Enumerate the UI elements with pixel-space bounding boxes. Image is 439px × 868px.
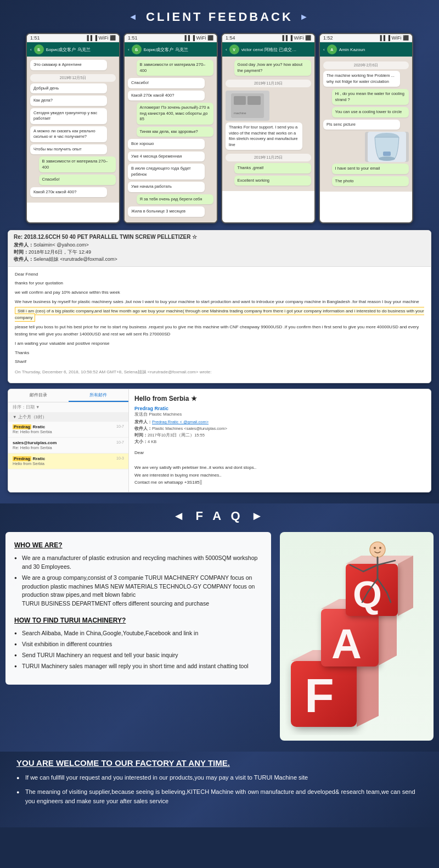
chat-msg-sent: Спасибо! [39,175,116,185]
svg-text:A: A [331,620,362,667]
phone1-chat-body: Это скважир в Аргентине 2019年12月5日 Добры… [27,57,119,203]
inbox-tabs: 邮件目录 所有邮件 [8,389,128,402]
svg-rect-7 [383,152,391,156]
chat-msg: Какой 270к какой 400? [128,91,205,101]
arrow-right-feedback: ► [300,12,311,22]
phone4-status-bar: 1:52 ▐▐ ▐ WiFi ⬛ [320,34,412,42]
chat-date: 2019年11月19日 [226,80,311,87]
inbox-sort: 排序：日期 ▼ [8,402,128,413]
faq-block-who-list: We are a manufacturer of plastic extrusi… [14,554,262,608]
chat-msg: Как дела? [30,96,107,106]
email1-header: Re: 2018.12.6CCH 50 40 PET PARALLEL TWIN… [8,231,431,267]
chat-msg: Жила в больнице 3 месяцев [128,206,205,217]
faq-how-item-4: TURUI Machinery sales manager will reply… [14,662,262,671]
faq-section: ◄ F A Q ► WHO WE ARE? We are a manufactu… [0,503,439,752]
chat-msg-sent: Я за тебя очень рад береги себя [137,194,213,205]
faq-text-panel: WHO WE ARE? We are a manufacturer of pla… [5,532,271,685]
client-feedback-section: ◄ CLIENT FEEDBACK ► 1:51 ▐▐ ▐ WiFi ⬛ ‹ Б… [0,0,439,503]
svg-point-24 [374,547,376,549]
email1-line1: thanks for your quotation [15,280,424,287]
inbox-tab-2[interactable]: 所有邮件 [69,389,129,402]
phone1-back-icon: ‹ [30,47,32,52]
email1-line3: We have business by myself for plastic m… [15,299,424,306]
email1-to: 收件人：Selena姐妹 <rurutrade@foxmail.com> [14,256,425,263]
faq-arrow-right: ► [251,509,267,523]
email-screenshot-2: 邮件目录 所有邮件 排序：日期 ▼ ▼ 上个月（3封） 10-7 Predrag… [8,389,431,492]
chat-msg-sent: Hi , do you mean the water for cooling s… [332,89,409,105]
phone1-signal: ▐▐ ▐ WiFi ⬛ [85,35,116,41]
phone3-contact-name: victor cenxi 阿格拉 已成交… [241,47,296,53]
chat-msg: В июля следующего года будет ребёнок [128,164,205,180]
chat-msg-sent: I have sent to your email [332,164,409,174]
faq-how-item-1: Search Alibaba, Made in China,Google,You… [14,629,262,638]
inbox-item-3[interactable]: 10-3 Predrag Rratic Hello from Serbia [8,453,128,469]
phone2-back-icon: ‹ [128,47,130,52]
feedback-title-text: CLIENT FEEDBACK [146,10,293,24]
phone3-chat-body: Good day ,how are you? how about the pay… [222,57,314,191]
email-detail-date: 时间：2017年10月3日（周二）15:55 [134,433,425,438]
chat-msg-sent: В зависимости от материала 270–400 [137,60,213,76]
inbox-group-label: ▼ 上个月（3封） [8,413,128,422]
phone1-status-bar: 1:51 ▐▐ ▐ WiFi ⬛ [27,34,119,42]
inbox-tab-1[interactable]: 邮件目录 [8,389,69,402]
factory-bullets-list: If we can fullfill your request and you … [16,773,423,807]
faq-content: WHO WE ARE? We are a manufacturer of pla… [5,532,434,741]
email1-date: 时间：2018年12月6日，下午 12:49 [14,249,425,256]
chat-msg-sent: The photo [332,176,409,187]
svg-text:F: F [305,668,334,723]
faq-section-title: ◄ F A Q ► [5,509,434,523]
inbox-item-3-name: Predrag Rratic [13,456,124,461]
faq-how-item-3: Send TURUI Machinery an request and tell… [14,651,262,660]
faq-block-how-list: Search Alibaba, Made in China,Google,You… [14,629,262,670]
inbox-item-2-name: sales@turuiplas.com [13,440,124,445]
email1-line6: I am waiting your valuable and positive … [15,340,424,348]
inbox-item-2-subject: Re: Hello from Serbia [13,445,124,450]
faq-arrow-left: ◄ [173,509,188,523]
arrow-left-feedback: ◄ [128,12,139,22]
chat-date: 2020年2月6日 [323,61,409,69]
phone2-chat-body: В зависимости от материала 270–400 Спаси… [125,57,217,222]
phone2-time: 1:51 [128,35,138,41]
email-detail-text2: We are interested in buying more machine… [134,472,425,479]
inbox-item-3-date: 10-3 [116,456,124,460]
phone4-back-icon: ‹ [323,47,325,52]
inbox-item-3-subject: Hello from Serbia [13,461,124,466]
svg-text:machine: machine [234,111,246,115]
chat-msg-sent: Good day ,how are you? how about the pay… [234,60,311,76]
faq-block-who-title: WHO WE ARE? [14,540,262,551]
phone4-time: 1:52 [323,35,333,41]
email-detail-sender-title: 发送自 Plastic Machines [134,411,425,417]
factory-welcome-title: YOU ARE WELCOME TO OUR FACTORY AT ANY TI… [16,758,423,768]
phone4-avatar: A [327,44,337,54]
chat-msg: Это скважир в Аргентине [30,60,107,70]
chat-msg: Чтобы мы получить опыт [30,144,107,155]
factory-bullet-2: The meaning of visiting supplier,because… [16,787,423,807]
inbox-item-1-subject: Re: Hello from Serbia [13,429,124,434]
phone-screenshot-2: 1:51 ▐▐ ▐ WiFi ⬛ ‹ Б Борис成交客户 乌克兰 В зав… [123,33,218,223]
inbox-item-2[interactable]: 10-7 sales@turuiplas.com Re: Hello from … [8,438,128,453]
phone4-chat-body: 2020年2月6日 The machine working fine Probl… [320,57,412,192]
phone4-chat-header: ‹ A Amin Kazoun [320,42,412,57]
chat-msg-sent: Thanks ,great! [234,163,311,173]
faq-block-how-title: HOW TO FIND TURUI MACHINERY? [14,615,262,626]
phone-screenshot-1: 1:51 ▐▐ ▐ WiFi ⬛ ‹ Б Борис成交客户 乌克兰 Это с… [26,33,120,223]
email-detail-body: Dear We are very satisfy with peletiser … [134,449,425,486]
phone2-chat-header: ‹ Б Борис成交客户 乌克兰 [125,42,217,57]
phone2-avatar: Б [132,44,142,54]
chat-date: 2019年12月5日 [30,74,116,82]
email-detail-meta: 发件人：Predrag Rratic < @gmail.com> 收件人：Pla… [134,419,425,445]
inbox-item-2-date: 10-7 [116,440,124,444]
email1-thanks: Thanks [15,350,424,357]
chat-msg-sent: Агломерат Пэ зочень рыхлый)-270 а пнд ка… [137,103,213,125]
email1-sign: Sharif [15,359,424,366]
faq-image-panel: F A Q [280,532,434,741]
phone1-chat-header: ‹ Б Борис成交客户 乌克兰 [27,42,119,57]
chat-image: machine [226,91,269,121]
svg-point-15 [370,542,385,557]
faq-block-how-find: HOW TO FIND TURUI MACHINERY? Search Alib… [14,615,262,670]
email1-line4: Still i am (ceo) of a big plastic compan… [15,308,424,322]
email1-line2: we will confirm and pay 10% advance with… [15,289,424,296]
phone4-contact-name: Amin Kazoun [339,47,365,52]
email1-from: 发件人：Solaimin< @yahoo.com> [14,242,425,249]
inbox-item-1[interactable]: 10-7 Predrag Rratic Re: Hello from Serbi… [8,422,128,438]
